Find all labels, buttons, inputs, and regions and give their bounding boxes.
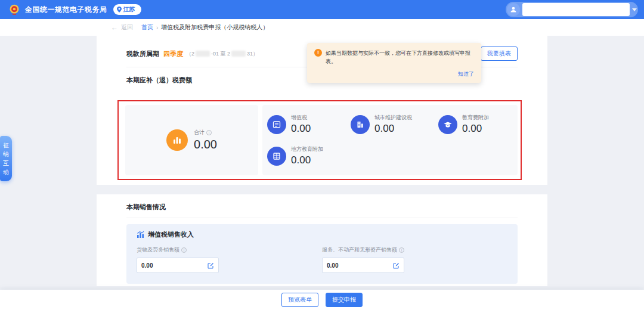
sales-card: 本期销售情况 增值税销售收入 货物及劳务销售额 [97, 194, 547, 286]
vat-sales-panel: 增值税销售收入 货物及劳务销售额 i [126, 224, 518, 284]
tax-item-vat: 增值税 0.00 [267, 108, 351, 140]
tax-item-label: 教育费附加 [462, 114, 489, 122]
period-range-mid: -01 至 2 [211, 50, 230, 58]
tax-item-value: 0.00 [291, 123, 311, 135]
back-button[interactable]: 返回 [121, 23, 133, 32]
preview-form-button[interactable]: 预览表单 [281, 293, 318, 307]
top-header: 全国统一规范电子税务局 江苏 [0, 0, 644, 19]
tax-item-value: 0.00 [374, 123, 412, 135]
services-sales-field: 服务、不动产和无形资产销售额 i [322, 246, 507, 273]
tax-item-label: 城市维护建设税 [374, 114, 412, 122]
back-arrow-icon[interactable]: ← [111, 23, 118, 32]
invoice-icon [267, 115, 286, 134]
edit-icon[interactable] [393, 262, 400, 269]
avatar [507, 3, 520, 16]
breadcrumb-separator: › [156, 24, 158, 31]
page-body: 征 纳 互 动 ! 如果当期数据与实际不一致，您可在下方直接修改或填写申报表。 … [0, 36, 644, 310]
period-range-close: 31） [247, 50, 258, 58]
tax-item-value: 0.00 [462, 123, 489, 135]
chevron-down-icon[interactable] [632, 8, 637, 11]
username-redacted [522, 3, 630, 16]
info-icon[interactable]: i [399, 247, 404, 253]
total-amount-card: 合计 i 0.00 [125, 105, 258, 175]
edit-icon[interactable] [208, 262, 214, 269]
sales-section-title: 本期销售情况 [126, 194, 518, 212]
side-tab-char: 纳 [0, 150, 12, 159]
services-sales-input-box [322, 258, 404, 273]
side-tab-char: 互 [0, 159, 12, 168]
user-account-chip[interactable] [506, 2, 638, 17]
total-value: 0.00 [194, 138, 217, 151]
tax-item-education-surcharge: 教育费附加 0.00 [438, 108, 518, 140]
info-icon[interactable]: i [181, 247, 187, 253]
vat-sales-title: 增值税销售收入 [148, 230, 194, 239]
notice-confirm-link[interactable]: 知道了 [314, 70, 474, 78]
side-tab-char: 动 [0, 168, 12, 176]
notice-text: 如果当期数据与实际不一致，您可在下方直接修改或填写申报表。 [326, 49, 474, 66]
red-annotation-box: 合计 i 0.00 [117, 100, 522, 180]
period-range-open: （2 [186, 50, 194, 58]
sales-revenue-icon [137, 231, 144, 238]
tax-item-urban-construction: 城市维护建设税 0.00 [351, 108, 438, 140]
goods-sales-field: 货物及劳务销售额 i [137, 246, 322, 273]
submit-declaration-button[interactable]: 提交申报 [326, 293, 363, 307]
goods-sales-input-box [137, 258, 219, 273]
goods-sales-input[interactable] [141, 262, 208, 269]
tax-items-card: 增值税 0.00 [262, 105, 518, 175]
breadcrumb-current-page: 增值税及附加税费申报（小规模纳税人） [161, 23, 268, 32]
building-icon [351, 115, 370, 134]
period-quarter: 四季度 [163, 49, 183, 58]
services-sales-label: 服务、不动产和无形资产销售额 [322, 246, 397, 254]
breadcrumb-home-link[interactable]: 首页 [141, 23, 153, 32]
tax-item-value: 0.00 [291, 154, 323, 166]
side-tab-char: 征 [0, 141, 12, 150]
tax-bureau-emblem-icon [8, 4, 20, 16]
breadcrumb: ← 返回 首页 › 增值税及附加税费申报（小规模纳税人） [0, 19, 644, 36]
tax-item-label: 增值税 [291, 114, 311, 122]
bar-chart-icon [166, 129, 188, 151]
goods-sales-label: 货物及劳务销售额 [137, 246, 179, 254]
fill-form-button[interactable]: 我要填表 [481, 46, 518, 61]
divider [126, 218, 518, 218]
period-label: 税款所属期 [126, 49, 159, 58]
location-pin-icon [117, 7, 122, 13]
user-icon [510, 6, 517, 13]
footer-action-bar: 预览表单 提交申报 [0, 290, 644, 310]
data-mismatch-notice: ! 如果当期数据与实际不一致，您可在下方直接修改或填写申报表。 知道了 [307, 43, 481, 83]
graduation-cap-icon [438, 115, 457, 134]
redacted-date [196, 51, 210, 57]
total-label: 合计 [194, 129, 205, 137]
interaction-side-tab[interactable]: 征 纳 互 动 [0, 136, 12, 181]
info-icon[interactable]: i [206, 130, 212, 135]
services-sales-input[interactable] [327, 262, 393, 269]
redacted-date [231, 51, 246, 57]
app-title: 全国统一规范电子税务局 [25, 5, 107, 15]
tax-item-label: 地方教育附加 [291, 145, 323, 153]
tax-item-local-education: 地方教育附加 0.00 [267, 140, 351, 172]
ledger-grid-icon [267, 147, 286, 166]
period-range: （2 -01 至 2 31） [186, 50, 258, 58]
region-label: 江苏 [123, 5, 135, 14]
warning-icon: ! [314, 49, 322, 57]
region-selector[interactable]: 江苏 [113, 4, 141, 15]
